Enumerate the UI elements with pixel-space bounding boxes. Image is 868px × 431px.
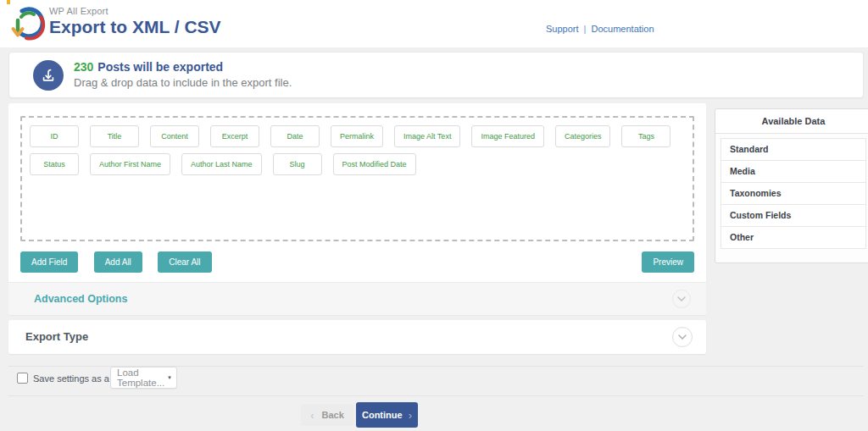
load-template-select[interactable]: Load Template... ▾ bbox=[110, 367, 177, 389]
available-data-panel: Available Data Standard Media Taxonomies… bbox=[715, 108, 868, 263]
load-template-value: Load Template... bbox=[117, 367, 164, 388]
export-count-headline: 230Posts will be exported bbox=[74, 60, 292, 74]
field-chip-author-first-name[interactable]: Author First Name bbox=[90, 153, 170, 175]
field-chip-slug[interactable]: Slug bbox=[273, 153, 322, 175]
back-button[interactable]: ‹ Back bbox=[301, 404, 353, 426]
field-chip-id[interactable]: ID bbox=[30, 125, 79, 147]
available-data-section-custom-fields[interactable]: Custom Fields bbox=[721, 204, 866, 227]
download-icon bbox=[33, 60, 64, 91]
documentation-link[interactable]: Documentation bbox=[592, 24, 654, 34]
field-chip-title[interactable]: Title bbox=[90, 125, 139, 147]
banner-subtitle: Drag & drop data to include in the expor… bbox=[74, 76, 292, 89]
advanced-options-toggle[interactable]: Advanced Options bbox=[8, 282, 706, 315]
field-chip-tags[interactable]: Tags bbox=[621, 125, 670, 147]
field-chip-content[interactable]: Content bbox=[150, 125, 199, 147]
link-separator: | bbox=[584, 24, 587, 34]
field-chip-status[interactable]: Status bbox=[30, 153, 79, 175]
post-count: 230 bbox=[74, 60, 93, 74]
field-chip-image-featured[interactable]: Image Featured bbox=[471, 125, 544, 147]
preview-button[interactable]: Preview bbox=[642, 251, 694, 273]
admin-notice-fragment bbox=[7, 0, 10, 4]
advanced-options-label: Advanced Options bbox=[34, 283, 127, 316]
divider bbox=[8, 395, 864, 396]
field-dropzone[interactable]: ID Title Content Excerpt Date Permalink … bbox=[20, 116, 694, 241]
field-chip-date[interactable]: Date bbox=[270, 125, 320, 147]
header-bar: WP All Export Export to XML / CSV Suppor… bbox=[0, 0, 868, 47]
caret-down-icon: ▾ bbox=[168, 374, 171, 381]
field-actions-row: Add Field Add All Clear All Preview bbox=[20, 251, 694, 274]
back-label: Back bbox=[322, 410, 344, 420]
available-data-title: Available Data bbox=[715, 109, 868, 134]
wp-all-export-page: WP All Export Export to XML / CSV Suppor… bbox=[0, 0, 868, 431]
available-data-section-media[interactable]: Media bbox=[721, 160, 866, 183]
wp-all-export-logo-icon bbox=[10, 6, 47, 43]
chevron-right-icon: › bbox=[409, 409, 412, 422]
chevron-left-icon: ‹ bbox=[310, 409, 314, 422]
field-chip-excerpt[interactable]: Excerpt bbox=[210, 125, 259, 147]
field-chip-categories[interactable]: Categories bbox=[555, 125, 611, 147]
field-chip-permalink[interactable]: Permalink bbox=[331, 125, 383, 147]
continue-label: Continue bbox=[362, 410, 403, 420]
support-link[interactable]: Support bbox=[546, 24, 579, 34]
field-chip-post-modified-date[interactable]: Post Modified Date bbox=[333, 153, 416, 175]
add-all-button[interactable]: Add All bbox=[94, 251, 142, 273]
header-links: Support | Documentation bbox=[546, 24, 654, 34]
clear-all-button[interactable]: Clear All bbox=[158, 251, 211, 273]
headline-text: Posts will be exported bbox=[97, 60, 223, 74]
continue-button[interactable]: Continue › bbox=[356, 402, 418, 428]
save-template-checkbox[interactable] bbox=[17, 373, 28, 384]
add-field-button[interactable]: Add Field bbox=[20, 251, 78, 273]
available-data-section-other[interactable]: Other bbox=[721, 226, 866, 249]
chevron-down-icon[interactable] bbox=[672, 290, 691, 308]
available-data-section-taxonomies[interactable]: Taxonomies bbox=[721, 182, 866, 205]
chevron-down-icon[interactable] bbox=[672, 327, 693, 347]
field-chip-image-alt-text[interactable]: Image Alt Text bbox=[394, 125, 460, 147]
export-fields-panel: ID Title Content Excerpt Date Permalink … bbox=[8, 103, 706, 315]
page-title: Export to XML / CSV bbox=[49, 17, 221, 37]
export-type-toggle[interactable]: Export Type bbox=[8, 320, 706, 354]
available-data-section-standard[interactable]: Standard bbox=[721, 138, 866, 161]
export-type-label: Export Type bbox=[25, 320, 88, 354]
field-chip-author-last-name[interactable]: Author Last Name bbox=[181, 153, 262, 175]
export-summary-banner: 230Posts will be exported Drag & drop da… bbox=[8, 52, 864, 98]
available-data-list: Standard Media Taxonomies Custom Fields … bbox=[715, 134, 868, 249]
app-label: WP All Export bbox=[49, 6, 221, 16]
